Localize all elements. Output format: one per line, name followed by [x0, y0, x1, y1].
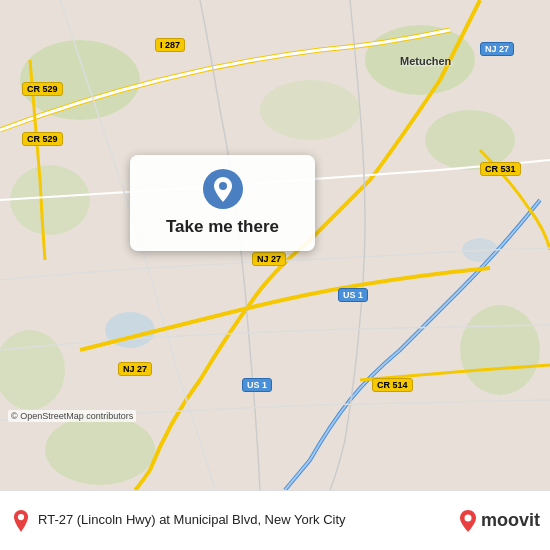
road-label-cr529-top: CR 529: [22, 82, 63, 96]
svg-point-12: [219, 182, 227, 190]
svg-point-5: [460, 305, 540, 395]
road-label-us1-bot: US 1: [242, 378, 272, 392]
road-label-cr514: CR 514: [372, 378, 413, 392]
moovit-logo: moovit: [459, 510, 540, 532]
svg-point-3: [425, 110, 515, 170]
svg-point-14: [464, 514, 471, 521]
svg-point-8: [260, 80, 360, 140]
svg-point-7: [45, 415, 155, 485]
road-label-us1-top: US 1: [338, 288, 368, 302]
moovit-brand-text: moovit: [481, 510, 540, 531]
svg-point-1: [20, 40, 140, 120]
take-me-there-label: Take me there: [166, 217, 279, 237]
svg-point-4: [10, 165, 90, 235]
moovit-pin-icon: [459, 510, 477, 532]
road-label-cr531: CR 531: [480, 162, 521, 176]
bottom-bar: RT-27 (Lincoln Hwy) at Municipal Blvd, N…: [0, 490, 550, 550]
road-label-cr529-bottom: CR 529: [22, 132, 63, 146]
svg-point-13: [18, 513, 24, 519]
city-label-metuchen: Metuchen: [400, 55, 451, 67]
location-pin-icon: [203, 169, 243, 209]
road-label-i287: I 287: [155, 38, 185, 52]
bottom-location-icon: [10, 510, 32, 532]
road-label-nj27-bot: NJ 27: [118, 362, 152, 376]
bottom-location-text: RT-27 (Lincoln Hwy) at Municipal Blvd, N…: [38, 512, 459, 529]
road-label-nj27-mid: NJ 27: [252, 252, 286, 266]
take-me-there-button[interactable]: Take me there: [130, 155, 315, 251]
road-label-nj27-top: NJ 27: [480, 42, 514, 56]
osm-attribution: © OpenStreetMap contributors: [8, 410, 136, 422]
map-container: I 287 NJ 27 CR 529 CR 529 CR 531 NJ 27 U…: [0, 0, 550, 490]
